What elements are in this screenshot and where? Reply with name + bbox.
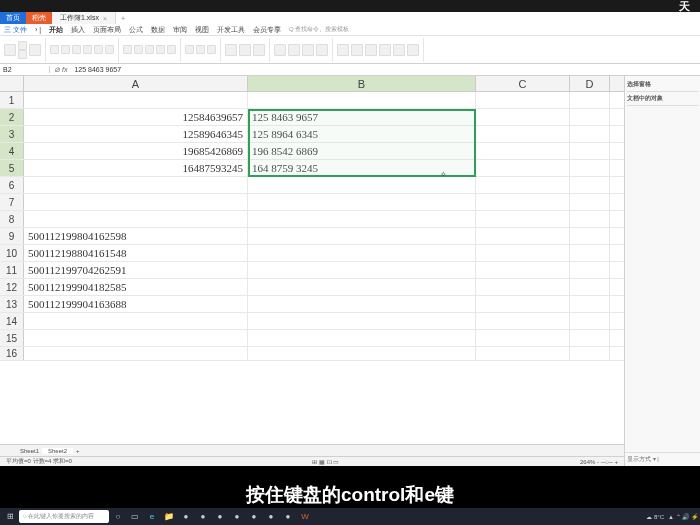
- row-header[interactable]: 6: [0, 177, 24, 193]
- app-icon[interactable]: ●: [263, 510, 279, 524]
- file-menu[interactable]: 三 文件: [4, 25, 27, 35]
- sheet-tab-new[interactable]: +: [76, 448, 80, 454]
- cell[interactable]: [24, 347, 248, 360]
- status-zoom[interactable]: 264% - ─○─ +: [580, 459, 618, 465]
- cell[interactable]: [476, 177, 570, 193]
- col-header-c[interactable]: C: [476, 76, 570, 91]
- tab-workbook[interactable]: 工作簿1.xlsx ×: [52, 12, 116, 24]
- cell[interactable]: [570, 92, 610, 108]
- cell[interactable]: [476, 347, 570, 360]
- tab-view[interactable]: 视图: [195, 25, 209, 35]
- cell[interactable]: [476, 143, 570, 159]
- cell[interactable]: 125 8463 9657: [248, 109, 476, 125]
- cell[interactable]: 500112199904182585: [24, 279, 248, 295]
- row-header[interactable]: 7: [0, 194, 24, 210]
- row-header[interactable]: 12: [0, 279, 24, 295]
- row-header[interactable]: 1: [0, 92, 24, 108]
- tab-data[interactable]: 数据: [151, 25, 165, 35]
- spreadsheet-grid[interactable]: A B C D 1 212584639657125 8463 9657 3125…: [0, 76, 624, 466]
- copy-icon[interactable]: [18, 50, 27, 59]
- cell[interactable]: [476, 313, 570, 329]
- comma-icon[interactable]: [207, 45, 216, 54]
- border-icon[interactable]: [105, 45, 114, 54]
- tab-docer[interactable]: 稻壳: [26, 12, 52, 24]
- cell[interactable]: [248, 296, 476, 312]
- cell[interactable]: [476, 228, 570, 244]
- cell[interactable]: [570, 211, 610, 227]
- tab-new[interactable]: +: [116, 15, 130, 22]
- cell[interactable]: [476, 245, 570, 261]
- select-all-corner[interactable]: [0, 76, 24, 91]
- row-header[interactable]: 15: [0, 330, 24, 346]
- col-header-d[interactable]: D: [570, 76, 610, 91]
- wrap-icon[interactable]: [167, 45, 176, 54]
- cell[interactable]: [248, 279, 476, 295]
- tab-formula[interactable]: 公式: [129, 25, 143, 35]
- tab-home[interactable]: 首页: [0, 12, 26, 24]
- align-center-icon[interactable]: [134, 45, 143, 54]
- cell[interactable]: [570, 126, 610, 142]
- font-color-icon[interactable]: [83, 45, 92, 54]
- cell[interactable]: [570, 262, 610, 278]
- cortana-icon[interactable]: ○: [110, 510, 126, 524]
- cell[interactable]: [476, 109, 570, 125]
- cell[interactable]: 12589646345: [24, 126, 248, 142]
- cell[interactable]: 196 8542 6869: [248, 143, 476, 159]
- cell[interactable]: [570, 296, 610, 312]
- cell[interactable]: [570, 109, 610, 125]
- app-icon[interactable]: ●: [246, 510, 262, 524]
- tab-insert[interactable]: 插入: [71, 25, 85, 35]
- search-commands[interactable]: Q 查找命令、搜索模板: [289, 25, 349, 34]
- paste-icon[interactable]: [4, 44, 16, 56]
- format-cell-icon[interactable]: [253, 44, 265, 56]
- cell[interactable]: 16487593245: [24, 160, 248, 176]
- cell[interactable]: 500112199904163688: [24, 296, 248, 312]
- cell[interactable]: [570, 143, 610, 159]
- cell[interactable]: 500112198804161548: [24, 245, 248, 261]
- start-icon[interactable]: ⊞: [2, 510, 18, 524]
- insert-cell-icon[interactable]: [225, 44, 237, 56]
- cell[interactable]: [570, 313, 610, 329]
- search-tool-icon[interactable]: [407, 44, 419, 56]
- panel-footer[interactable]: 显示方式 ▾ |: [625, 452, 700, 466]
- cell[interactable]: [248, 194, 476, 210]
- cell[interactable]: 125 8964 6345: [248, 126, 476, 142]
- edge-icon[interactable]: e: [144, 510, 160, 524]
- sheet-tab-2[interactable]: Sheet2: [42, 448, 73, 454]
- underline-icon[interactable]: [72, 45, 81, 54]
- col-header-b[interactable]: B: [248, 76, 476, 91]
- italic-icon[interactable]: [61, 45, 70, 54]
- app-icon[interactable]: ●: [178, 510, 194, 524]
- cell[interactable]: [248, 211, 476, 227]
- cell[interactable]: [248, 228, 476, 244]
- fill-color-icon[interactable]: [94, 45, 103, 54]
- cell[interactable]: [24, 330, 248, 346]
- cell[interactable]: [24, 313, 248, 329]
- table-style-icon[interactable]: [379, 44, 391, 56]
- cell[interactable]: [570, 347, 610, 360]
- col-header-a[interactable]: A: [24, 76, 248, 91]
- cell[interactable]: [24, 177, 248, 193]
- row-header[interactable]: 4: [0, 143, 24, 159]
- taskbar-search[interactable]: ○ 在此键入你要搜索的内容: [19, 510, 109, 523]
- cell[interactable]: [476, 126, 570, 142]
- row-header[interactable]: 13: [0, 296, 24, 312]
- app-icon[interactable]: ●: [229, 510, 245, 524]
- cell[interactable]: [248, 313, 476, 329]
- row-header[interactable]: 5: [0, 160, 24, 176]
- sort-icon[interactable]: [288, 44, 300, 56]
- tab-layout[interactable]: 页面布局: [93, 25, 121, 35]
- cell[interactable]: [24, 194, 248, 210]
- find-icon[interactable]: [316, 44, 328, 56]
- cell[interactable]: [476, 296, 570, 312]
- cell[interactable]: [570, 160, 610, 176]
- cell[interactable]: [476, 160, 570, 176]
- align-left-icon[interactable]: [123, 45, 132, 54]
- bold-icon[interactable]: [50, 45, 59, 54]
- cell[interactable]: [248, 92, 476, 108]
- tray-icons[interactable]: ▲ ⌃ 🔊 ⚡: [668, 513, 698, 520]
- cell[interactable]: 500112199804162598: [24, 228, 248, 244]
- sum-icon[interactable]: [274, 44, 286, 56]
- align-right-icon[interactable]: [145, 45, 154, 54]
- tab-start[interactable]: 开始: [49, 25, 63, 35]
